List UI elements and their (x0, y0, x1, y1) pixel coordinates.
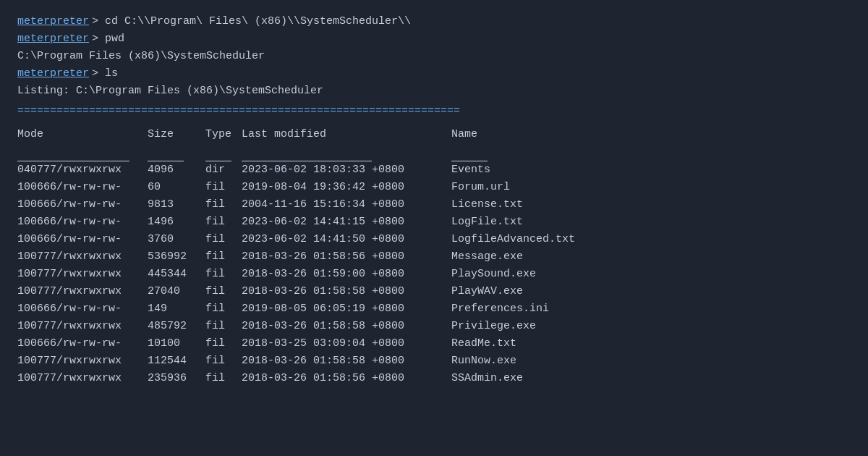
table-cell: 100777/rwxrwxrwx (17, 318, 148, 335)
table-cell: 2023-06-02 14:41:15 +0800 (242, 214, 451, 231)
table-cell: Privilege.exe (451, 318, 851, 335)
table-cell: LogFile.txt (451, 214, 851, 231)
table-cell: fil (205, 248, 242, 266)
col-header-size: Size (148, 126, 205, 161)
table-cell: 100777/rwxrwxrwx (17, 283, 148, 300)
table-cell: fil (205, 335, 242, 352)
table-cell: 2023-06-02 14:41:50 +0800 (242, 231, 451, 248)
table-cell: PlayWAV.exe (451, 283, 851, 300)
table-cell: 100777/rwxrwxrwx (17, 352, 148, 370)
col-header-name: Name (451, 126, 851, 161)
table-cell: 27040 (148, 283, 205, 300)
cmd-3: > ls (92, 65, 118, 83)
table-cell: fil (205, 352, 242, 370)
prompt-1: meterpreter (17, 13, 89, 30)
table-cell: 100666/rw-rw-rw- (17, 179, 148, 196)
table-cell: 112544 (148, 352, 205, 370)
terminal-window: meterpreter > cd C:\\Program\ Files\ (x8… (17, 13, 851, 387)
table-cell: 2018-03-26 01:59:00 +0800 (242, 266, 451, 283)
table-cell: 4096 (148, 161, 205, 179)
table-row: 100666/rw-rw-rw-3760fil2023-06-02 14:41:… (17, 231, 851, 248)
separator-line: ========================================… (17, 103, 851, 120)
table-cell: 1496 (148, 214, 205, 231)
table-cell: 2004-11-16 15:16:34 +0800 (242, 196, 451, 214)
table-cell: 040777/rwxrwxrwx (17, 161, 148, 179)
table-cell: 2018-03-26 01:58:58 +0800 (242, 283, 451, 300)
table-cell: 100666/rw-rw-rw- (17, 214, 148, 231)
table-cell: fil (205, 300, 242, 318)
table-cell: 60 (148, 179, 205, 196)
table-row: 100777/rwxrwxrwx445344fil2018-03-26 01:5… (17, 266, 851, 283)
table-cell: 2018-03-26 01:58:58 +0800 (242, 318, 451, 335)
table-cell: fil (205, 283, 242, 300)
command-line-3: meterpreter > ls (17, 65, 851, 83)
col-header-type: Type (205, 126, 242, 161)
table-row: 100666/rw-rw-rw-60fil2019-08-04 19:36:42… (17, 179, 851, 196)
table-cell: 2019-08-04 19:36:42 +0800 (242, 179, 451, 196)
cmd-2: > pwd (92, 30, 124, 48)
col-header-lastmod: Last modified (242, 126, 451, 161)
table-cell: 235936 (148, 370, 205, 387)
table-cell: License.txt (451, 196, 851, 214)
table-cell: ReadMe.txt (451, 335, 851, 352)
prompt-3: meterpreter (17, 65, 89, 83)
table-cell: Preferences.ini (451, 300, 851, 318)
table-cell: 2018-03-26 01:58:58 +0800 (242, 352, 451, 370)
command-line-1: meterpreter > cd C:\\Program\ Files\ (x8… (17, 13, 851, 30)
table-cell: 100777/rwxrwxrwx (17, 370, 148, 387)
table-cell: fil (205, 179, 242, 196)
table-cell: Events (451, 161, 851, 179)
table-row: 100666/rw-rw-rw-1496fil2023-06-02 14:41:… (17, 214, 851, 231)
table-row: 100777/rwxrwxrwx112544fil2018-03-26 01:5… (17, 352, 851, 370)
table-cell: fil (205, 370, 242, 387)
table-row: 100777/rwxrwxrwx27040fil2018-03-26 01:58… (17, 283, 851, 300)
table-row: 100666/rw-rw-rw-9813fil2004-11-16 15:16:… (17, 196, 851, 214)
table-cell: fil (205, 231, 242, 248)
table-cell: 100666/rw-rw-rw- (17, 196, 148, 214)
table-row: 040777/rwxrwxrwx4096dir2023-06-02 18:03:… (17, 161, 851, 179)
table-cell: 149 (148, 300, 205, 318)
table-cell: Message.exe (451, 248, 851, 266)
table-cell: PlaySound.exe (451, 266, 851, 283)
table-cell: 2018-03-25 03:09:04 +0800 (242, 335, 451, 352)
table-cell: 100666/rw-rw-rw- (17, 231, 148, 248)
col-header-mode: Mode (17, 126, 148, 161)
table-cell: RunNow.exe (451, 352, 851, 370)
table-row: 100777/rwxrwxrwx536992fil2018-03-26 01:5… (17, 248, 851, 266)
table-row: 100666/rw-rw-rw-10100fil2018-03-25 03:09… (17, 335, 851, 352)
table-row: 100777/rwxrwxrwx485792fil2018-03-26 01:5… (17, 318, 851, 335)
table-row: 100777/rwxrwxrwx235936fil2018-03-26 01:5… (17, 370, 851, 387)
table-cell: SSAdmin.exe (451, 370, 851, 387)
table-cell: fil (205, 196, 242, 214)
table-cell: 485792 (148, 318, 205, 335)
table-cell: 9813 (148, 196, 205, 214)
pwd-output: C:\Program Files (x86)\SystemScheduler (17, 48, 851, 65)
command-line-2: meterpreter > pwd (17, 30, 851, 48)
column-headers: Mode Size Type Last modified Name (17, 126, 851, 161)
cmd-1: > cd C:\\Program\ Files\ (x86)\\SystemSc… (92, 13, 411, 30)
table-row: 100666/rw-rw-rw-149fil2019-08-05 06:05:1… (17, 300, 851, 318)
listing-header: Listing: C:\Program Files (x86)\SystemSc… (17, 83, 851, 100)
table-cell: 2018-03-26 01:58:56 +0800 (242, 248, 451, 266)
table-cell: 445344 (148, 266, 205, 283)
prompt-2: meterpreter (17, 30, 89, 48)
table-cell: Forum.url (451, 179, 851, 196)
table-cell: 100666/rw-rw-rw- (17, 335, 148, 352)
table-cell: 2023-06-02 18:03:33 +0800 (242, 161, 451, 179)
file-listing-table: Mode Size Type Last modified Name (17, 126, 851, 387)
table-cell: fil (205, 318, 242, 335)
table-cell: 100666/rw-rw-rw- (17, 300, 148, 318)
table-cell: dir (205, 161, 242, 179)
table-cell: 3760 (148, 231, 205, 248)
table-cell: LogfileAdvanced.txt (451, 231, 851, 248)
table-cell: 2018-03-26 01:58:56 +0800 (242, 370, 451, 387)
table-cell: 2019-08-05 06:05:19 +0800 (242, 300, 451, 318)
table-cell: 100777/rwxrwxrwx (17, 248, 148, 266)
table-cell: 536992 (148, 248, 205, 266)
table-cell: 10100 (148, 335, 205, 352)
table-cell: fil (205, 266, 242, 283)
table-cell: 100777/rwxrwxrwx (17, 266, 148, 283)
table-cell: fil (205, 214, 242, 231)
file-table-body: 040777/rwxrwxrwx4096dir2023-06-02 18:03:… (17, 161, 851, 387)
